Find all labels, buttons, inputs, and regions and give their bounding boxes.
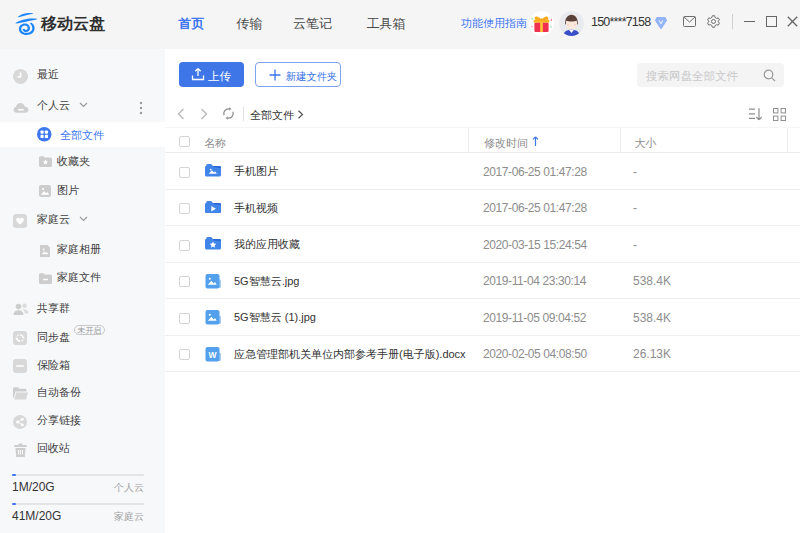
svg-text:W: W xyxy=(208,349,217,359)
